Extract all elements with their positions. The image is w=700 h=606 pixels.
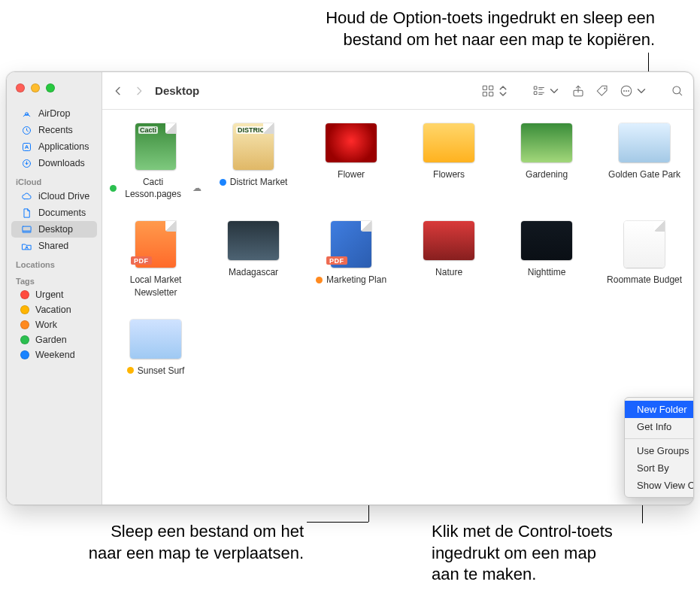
sidebar-item-recents[interactable]: Recents: [11, 122, 97, 138]
file-name-label: Gardening: [526, 168, 568, 180]
file-name: Marketing Plan: [316, 274, 386, 286]
file-name: Nature: [435, 266, 462, 278]
thumbnail-text: DISTRICT: [236, 126, 271, 134]
downloads-icon: [20, 157, 32, 169]
sidebar-tag-garden[interactable]: Garden: [11, 332, 97, 347]
svg-point-18: [604, 87, 605, 89]
file-thumbnail: PDF: [135, 221, 176, 268]
file-item[interactable]: Madagascar: [208, 221, 299, 278]
sidebar-heading-icloud: iCloud: [7, 171, 102, 188]
sidebar-item-label: Desktop: [38, 224, 73, 235]
file-item[interactable]: PDFMarketing Plan: [305, 221, 397, 286]
sidebar-item-airdrop[interactable]: AirDrop: [11, 105, 97, 122]
close-window-button[interactable]: [16, 83, 25, 92]
file-grid: CactiCacti Lesson.pages☁DISTRICTDistrict…: [110, 123, 690, 377]
minimize-window-button[interactable]: [31, 83, 40, 92]
file-item[interactable]: Flowers: [403, 123, 495, 180]
tag-dot-icon: [20, 290, 29, 299]
svg-point-21: [626, 90, 627, 92]
recents-icon: [20, 124, 32, 136]
tag-dot-icon: [20, 320, 29, 329]
file-item[interactable]: Nighttime: [501, 221, 592, 278]
file-name: Flowers: [433, 168, 465, 180]
file-name-label: Marketing Plan: [326, 274, 386, 286]
svg-line-24: [679, 92, 682, 95]
context-menu: New FolderGet InfoUse GroupsSort By›Show…: [624, 397, 694, 498]
file-item[interactable]: Gardening: [501, 123, 592, 180]
zoom-window-button[interactable]: [46, 83, 55, 92]
file-thumbnail: [423, 123, 474, 162]
file-name: Nighttime: [528, 266, 566, 278]
file-item[interactable]: Golden Gate Park: [598, 123, 690, 180]
svg-point-22: [628, 90, 629, 92]
context-menu-item-show-view-options[interactable]: Show View Options: [625, 477, 694, 494]
file-thumbnail: DISTRICT: [233, 123, 274, 170]
sidebar-item-label: Vacation: [35, 305, 71, 315]
sidebar-heading-tags: Tags: [7, 271, 102, 287]
svg-rect-2: [23, 143, 30, 150]
sidebar-tag-vacation[interactable]: Vacation: [11, 302, 97, 317]
nav-forward-button[interactable]: [131, 81, 147, 101]
file-item[interactable]: Roommate Budget: [598, 221, 690, 286]
file-item[interactable]: Sunset Surf: [110, 320, 202, 377]
pdf-badge: PDF: [131, 256, 152, 265]
tag-dot-icon: [316, 277, 323, 283]
sidebar-item-label: AirDrop: [38, 108, 70, 119]
sidebar-tag-urgent[interactable]: Urgent: [11, 287, 97, 302]
sidebar-heading-locations: Locations: [7, 254, 102, 271]
tag-dot-icon: [20, 335, 29, 344]
svg-rect-12: [534, 91, 537, 94]
context-menu-item-use-groups[interactable]: Use Groups: [625, 442, 694, 459]
file-name-label: Nighttime: [528, 266, 566, 278]
sidebar-item-shared[interactable]: Shared: [11, 238, 97, 254]
sidebar-item-label: Work: [35, 320, 57, 330]
share-button[interactable]: [568, 81, 588, 101]
sidebar-tag-weekend[interactable]: Weekend: [11, 347, 97, 362]
svg-rect-9: [483, 92, 486, 95]
applications-icon: [20, 141, 32, 153]
more-actions-button[interactable]: [617, 81, 651, 101]
annotation-bottom-left: Sleep een bestand om het naar een map te…: [78, 521, 304, 564]
context-menu-item-label: Show View Options: [637, 480, 694, 491]
annotation-bottom-right: Klik met de Control-toets ingedrukt om e…: [432, 521, 665, 586]
toolbar: Desktop: [102, 72, 694, 110]
nav-back-button[interactable]: [110, 81, 126, 101]
sidebar-item-label: Urgent: [35, 289, 64, 300]
sidebar-item-label: Downloads: [38, 158, 85, 168]
tag-dot-icon: [127, 367, 134, 374]
main-pane: Desktop: [102, 72, 694, 504]
finder-window: AirDropRecentsApplicationsDownloads iClo…: [6, 71, 694, 505]
sidebar-tag-work[interactable]: Work: [11, 317, 97, 332]
file-content-area[interactable]: CactiCacti Lesson.pages☁DISTRICTDistrict…: [102, 110, 694, 504]
file-name-label: Flower: [338, 168, 365, 180]
sidebar-item-label: Applications: [38, 141, 89, 152]
context-menu-item-new-folder[interactable]: New Folder: [625, 401, 694, 418]
context-menu-item-label: Get Info: [637, 421, 671, 432]
file-item[interactable]: DISTRICTDistrict Market: [208, 123, 299, 188]
context-menu-item-get-info[interactable]: Get Info: [625, 418, 694, 435]
sidebar-item-applications[interactable]: Applications: [11, 138, 97, 155]
file-item[interactable]: CactiCacti Lesson.pages☁: [110, 123, 202, 200]
svg-point-23: [673, 86, 680, 94]
sidebar-item-label: Documents: [38, 208, 86, 218]
sidebar-item-desktop[interactable]: Desktop: [11, 221, 97, 238]
file-thumbnail: [619, 123, 670, 162]
sidebar-item-documents[interactable]: Documents: [11, 205, 97, 221]
context-menu-item-label: New Folder: [637, 404, 686, 415]
sidebar-item-downloads[interactable]: Downloads: [11, 155, 97, 171]
tags-button[interactable]: [592, 81, 612, 101]
search-button[interactable]: [668, 81, 687, 101]
context-menu-item-sort-by[interactable]: Sort By›: [625, 459, 694, 477]
file-thumbnail: [624, 221, 665, 268]
file-name-label: District Market: [230, 176, 288, 188]
sidebar-item-icloud-drive[interactable]: iCloud Drive: [11, 188, 97, 205]
file-item[interactable]: Nature: [403, 221, 495, 278]
file-name-label: Madagascar: [229, 266, 278, 278]
file-item[interactable]: PDFLocal Market Newsletter: [110, 221, 202, 298]
file-name-label: Roommate Budget: [607, 274, 682, 286]
view-icons-button[interactable]: [478, 81, 513, 101]
group-by-button[interactable]: [529, 81, 564, 101]
tag-dot-icon: [220, 179, 226, 186]
tag-dot-icon: [110, 185, 117, 192]
file-item[interactable]: Flower: [305, 123, 397, 180]
